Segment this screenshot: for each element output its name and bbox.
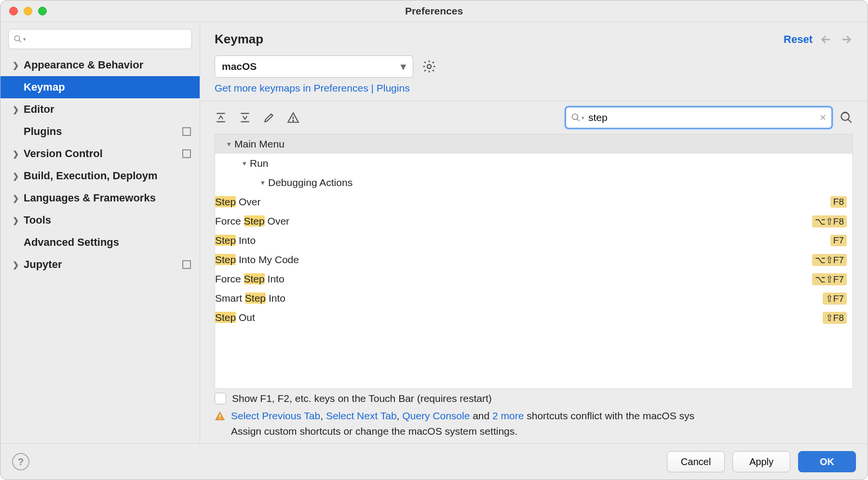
sidebar-item-label: Advanced Settings [24, 236, 119, 249]
sidebar-item[interactable]: Keymap [0, 76, 200, 98]
action-label: Step Into My Code [215, 254, 812, 266]
expand-all-icon[interactable] [215, 111, 227, 124]
action-row[interactable]: Force Step Into⌥⇧F7 [215, 269, 853, 289]
tree-label: Run [250, 158, 847, 169]
warning-triangle-icon [215, 411, 225, 421]
sidebar-item-label: Languages & Frameworks [24, 192, 156, 204]
svg-point-4 [427, 65, 431, 68]
window-title: Preferences [0, 5, 868, 17]
sidebar-item[interactable]: ❯Version Control [0, 143, 200, 165]
help-button[interactable]: ? [12, 453, 29, 470]
conflict-link[interactable]: Query Console [402, 410, 470, 421]
shortcut-badge: F8 [830, 196, 847, 208]
chevron-down-icon: ▾ [224, 140, 234, 148]
project-settings-icon [182, 260, 191, 269]
action-row[interactable]: Step Out⇧F8 [215, 308, 853, 327]
actions-tree[interactable]: ▾ Main Menu ▾ Run ▾ Debugging Actions St… [215, 134, 853, 389]
project-settings-icon [182, 149, 191, 158]
chevron-right-icon: ❯ [12, 149, 19, 159]
conflict-more-link[interactable]: 2 more [492, 410, 524, 421]
forward-icon[interactable] [840, 33, 853, 46]
find-shortcut-icon[interactable] [840, 111, 853, 124]
action-row[interactable]: Force Step Over⌥⇧F8 [215, 212, 853, 231]
chevron-right-icon: ❯ [12, 105, 19, 114]
svg-rect-15 [219, 414, 220, 417]
svg-point-11 [572, 114, 578, 120]
sidebar-item-label: Version Control [24, 147, 103, 160]
clear-search-icon[interactable]: ✕ [819, 112, 827, 123]
cancel-button[interactable]: Cancel [667, 451, 725, 472]
touchbar-checkbox-label: Show F1, F2, etc. keys on the Touch Bar … [232, 393, 492, 404]
sidebar-item[interactable]: Plugins [0, 120, 200, 143]
sidebar-item[interactable]: ❯Languages & Frameworks [0, 187, 200, 209]
svg-point-16 [219, 418, 220, 419]
chevron-down-icon: ▾ [258, 178, 268, 187]
titlebar: Preferences [0, 0, 868, 22]
sidebar-item[interactable]: ❯Build, Execution, Deploym [0, 165, 200, 187]
sidebar-item-label: Tools [24, 214, 51, 227]
chevron-right-icon: ❯ [12, 61, 19, 70]
tree-group-run[interactable]: ▾ Run [215, 154, 853, 173]
sidebar-item[interactable]: ❯Editor [0, 98, 200, 120]
tree-label: Main Menu [234, 138, 847, 150]
tree-group-main-menu[interactable]: ▾ Main Menu [215, 134, 853, 154]
sidebar-item[interactable]: ❯Appearance & Behavior [0, 54, 200, 76]
svg-point-10 [293, 120, 294, 121]
conflicts-warning: Select Previous Tab, Select Next Tab, Qu… [200, 406, 868, 443]
sidebar-item-label: Plugins [24, 125, 62, 138]
shortcut-badge: ⌥⇧F7 [812, 254, 847, 266]
collapse-all-icon[interactable] [239, 111, 251, 124]
action-row[interactable]: Step IntoF7 [215, 231, 853, 250]
svg-point-13 [841, 113, 849, 120]
footer: ? Cancel Apply OK [0, 443, 868, 480]
action-label: Step Out [215, 312, 823, 323]
shortcut-badge: ⌥⇧F7 [812, 273, 847, 285]
chevron-right-icon: ❯ [12, 194, 19, 203]
reset-link[interactable]: Reset [784, 33, 813, 46]
svg-point-0 [14, 36, 20, 41]
keymap-select-value: macOS [222, 61, 257, 72]
search-icon [571, 113, 581, 122]
more-keymaps-link[interactable]: Get more keymaps in Preferences | Plugin… [215, 82, 410, 93]
warning-icon[interactable] [287, 111, 299, 124]
shortcut-badge: ⌥⇧F8 [812, 215, 847, 227]
edit-shortcut-icon[interactable] [263, 111, 275, 124]
svg-line-14 [848, 120, 852, 123]
conflict-link[interactable]: Select Previous Tab [231, 410, 320, 421]
apply-button[interactable]: Apply [732, 451, 790, 472]
sidebar-search[interactable]: ▾ [8, 29, 192, 49]
action-label: Step Into [215, 235, 830, 246]
sidebar-item[interactable]: Advanced Settings [0, 231, 200, 253]
sidebar-item-label: Keymap [24, 81, 65, 93]
chevron-right-icon: ❯ [12, 216, 19, 225]
chevron-right-icon: ❯ [12, 172, 19, 181]
action-row[interactable]: Step OverF8 [215, 192, 853, 212]
gear-icon[interactable] [422, 59, 436, 74]
touchbar-checkbox[interactable] [215, 393, 226, 404]
tree-group-debugging-actions[interactable]: ▾ Debugging Actions [215, 173, 853, 192]
ok-button[interactable]: OK [798, 451, 856, 472]
action-row[interactable]: Smart Step Into⇧F7 [215, 289, 853, 308]
sidebar-item-label: Appearance & Behavior [24, 59, 143, 71]
action-search-input[interactable] [584, 111, 819, 124]
sidebar-item-label: Jupyter [24, 258, 62, 271]
action-search[interactable]: ▾ ✕ [565, 106, 833, 129]
action-label: Force Step Over [215, 215, 812, 227]
action-row[interactable]: Step Into My Code⌥⇧F7 [215, 250, 853, 269]
action-label: Force Step Into [215, 273, 812, 285]
conflict-link[interactable]: Select Next Tab [326, 410, 397, 421]
sidebar-search-input[interactable] [26, 34, 187, 45]
shortcut-badge: F7 [830, 235, 847, 246]
sidebar: ▾ ❯Appearance & BehaviorKeymap❯EditorPlu… [0, 22, 200, 443]
sidebar-item-label: Editor [24, 103, 54, 116]
shortcut-badge: ⇧F7 [823, 293, 847, 305]
project-settings-icon [182, 127, 191, 136]
search-icon [14, 35, 22, 43]
keymap-select[interactable]: macOS ▾ [215, 55, 413, 78]
shortcut-badge: ⇧F8 [823, 312, 847, 324]
action-label: Step Over [215, 196, 830, 208]
sidebar-item[interactable]: ❯Jupyter [0, 253, 200, 276]
page-title: Keymap [215, 32, 777, 47]
sidebar-item[interactable]: ❯Tools [0, 209, 200, 231]
back-icon[interactable] [819, 33, 833, 46]
